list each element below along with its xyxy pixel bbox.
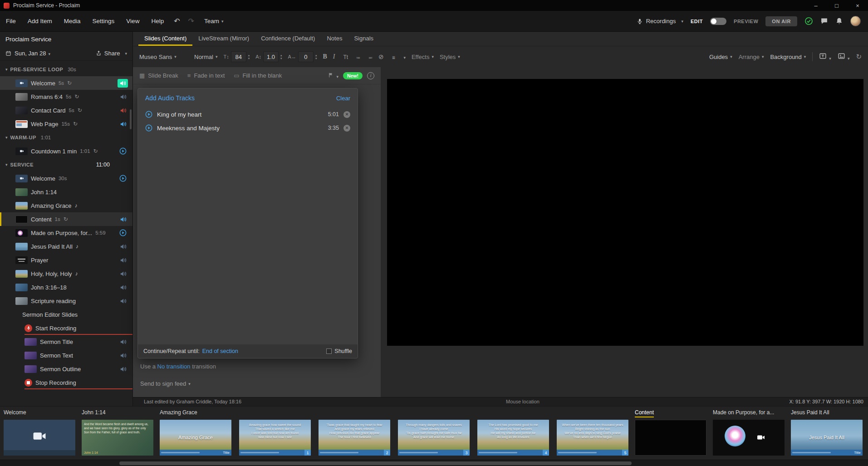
effects-menu[interactable]: Effects — [412, 54, 434, 60]
item-welcome-preservice[interactable]: Welcome 5s ↻ — [0, 76, 132, 90]
fade-in-text-button[interactable]: Fade in text — [187, 72, 225, 79]
audio-track-row[interactable]: King of my heart 5:01 — [138, 108, 358, 121]
item-sermon-text[interactable]: Sermon Text — [0, 348, 132, 362]
audio-toggle-highlighted[interactable] — [118, 79, 128, 88]
audio-toggle[interactable] — [118, 107, 128, 114]
play-button[interactable] — [118, 147, 128, 155]
play-button[interactable] — [118, 229, 128, 236]
filmstrip-scrollbar[interactable] — [0, 460, 868, 466]
send-to-sign-feed-button[interactable]: Send to sign feed — [140, 380, 191, 387]
tab-notes[interactable]: Notes — [321, 32, 348, 46]
audio-toggle[interactable] — [118, 121, 128, 128]
item-sermon-title[interactable]: Sermon Title — [0, 335, 132, 348]
letter-spacing-stepper[interactable]: 0 ▴▾ — [288, 51, 317, 62]
tab-livestream-mirror[interactable]: LiveStream (Mirror) — [192, 32, 255, 46]
group-sermon-editor-slides[interactable]: Sermon Editor Slides — [0, 308, 132, 321]
tab-confidence-default[interactable]: Confidence (Default) — [255, 32, 321, 46]
recordings-menu[interactable]: Recordings — [637, 18, 683, 25]
item-amazing-grace[interactable]: Amazing Grace ♪ — [0, 199, 132, 212]
filmstrip-slide-content[interactable] — [635, 420, 706, 456]
audio-panel-title[interactable]: Add Audio Tracks — [145, 94, 195, 102]
filmstrip-group-label[interactable]: Amazing Grace — [160, 409, 197, 417]
menu-team[interactable]: Team — [198, 11, 230, 31]
user-avatar[interactable] — [850, 16, 861, 26]
insert-image-button[interactable] — [838, 52, 850, 62]
section-header-service[interactable]: ▾ SERVICE 11:00 — [0, 158, 132, 172]
stepper-arrows[interactable]: ▴▾ — [248, 54, 250, 60]
transition-link[interactable]: No transition — [157, 363, 191, 370]
audio-toggle[interactable] — [118, 298, 128, 304]
notifications-bell-icon[interactable] — [835, 17, 843, 25]
styles-menu[interactable]: Styles — [440, 54, 460, 60]
line-spacing-value[interactable]: 1.0 — [263, 51, 279, 62]
guides-menu[interactable]: Guides — [709, 54, 732, 60]
item-holy-holy-holy[interactable]: Holy, Holy, Holy ♪ — [0, 267, 132, 280]
filmstrip-slide-verse[interactable]: Amazing grace how sweet the sound That s… — [239, 420, 311, 456]
stepper-arrows[interactable]: ▴▾ — [280, 54, 282, 60]
service-title[interactable]: Proclaim Service — [0, 32, 132, 46]
audio-toggle[interactable] — [118, 338, 128, 345]
audio-toggle[interactable] — [118, 366, 128, 373]
item-jesus-paid-it-all[interactable]: Jesus Paid It All ♪ — [0, 240, 132, 253]
audio-toggle[interactable] — [118, 93, 128, 100]
filmstrip-group-label[interactable]: John 1:14 — [82, 409, 106, 417]
end-of-section-link[interactable]: End of section — [202, 348, 238, 354]
tab-signals[interactable]: Signals — [348, 32, 379, 46]
edit-preview-toggle[interactable] — [710, 18, 726, 25]
font-size-stepper[interactable]: 84 ▴▾ — [223, 51, 250, 62]
item-web-page[interactable]: Web Page 15s ↻ — [0, 117, 132, 131]
stepper-arrows[interactable]: ▴▾ — [315, 54, 317, 60]
bullet-list-button[interactable] — [354, 53, 360, 60]
filmstrip-slide-welcome[interactable] — [4, 420, 75, 456]
menu-file[interactable]: File — [0, 11, 22, 31]
chat-icon[interactable] — [820, 17, 828, 25]
play-button[interactable] — [118, 175, 128, 182]
minimize-button[interactable]: – — [805, 0, 826, 11]
filmstrip-slide-title[interactable]: Jesus Paid It All Title — [791, 420, 863, 456]
clear-tracks-button[interactable]: Clear — [336, 95, 350, 102]
text-color-picker[interactable] — [401, 53, 406, 61]
item-scripture-reading[interactable]: Scripture reading — [0, 294, 132, 308]
scrollbar-thumb[interactable] — [119, 461, 632, 465]
shuffle-checkbox[interactable] — [326, 348, 332, 354]
menu-view[interactable]: View — [120, 11, 145, 31]
letter-spacing-value[interactable]: 0 — [298, 51, 314, 62]
sidebar-scrollbar[interactable] — [130, 109, 132, 129]
section-header-warmup[interactable]: ▾ WARM-UP 1:01 — [0, 131, 132, 144]
bold-button[interactable]: B — [323, 53, 327, 60]
share-button[interactable]: Share — [96, 50, 127, 57]
item-welcome-service[interactable]: Welcome 30s — [0, 172, 132, 185]
shuffle-control[interactable]: Shuffle — [326, 348, 352, 354]
filmstrip-slide-verse[interactable]: The Lord has promised good to me His wor… — [477, 420, 549, 456]
font-family-select[interactable]: Museo Sans — [139, 54, 188, 60]
slide-canvas[interactable] — [387, 79, 863, 346]
item-sermon-outline[interactable]: Sermon Outline — [0, 362, 132, 376]
item-john-3-16[interactable]: John 3:16–18 — [0, 280, 132, 294]
filmstrip-slide-verse[interactable]: 'Twas grace that taught my heart to fear… — [319, 420, 390, 456]
italic-button[interactable]: I — [333, 53, 335, 60]
alignment-button[interactable] — [390, 53, 396, 60]
filmstrip-slide-verse[interactable]: When we've been there ten thousand years… — [557, 420, 628, 456]
audio-toggle[interactable] — [118, 270, 128, 277]
menu-media[interactable]: Media — [58, 11, 87, 31]
refresh-icon[interactable] — [856, 53, 862, 61]
menu-add-item[interactable]: Add Item — [22, 11, 58, 31]
line-spacing-stepper[interactable]: 1.0 ▴▾ — [255, 51, 282, 62]
fill-in-blank-button[interactable]: Fill in the blank — [234, 72, 282, 79]
info-icon[interactable] — [367, 72, 374, 79]
menu-help[interactable]: Help — [145, 11, 170, 31]
section-header-preservice[interactable]: ▾ PRE-SERVICE LOOP 30s — [0, 63, 132, 76]
on-air-button[interactable]: ON AIR — [765, 16, 797, 26]
item-prayer[interactable]: Prayer — [0, 253, 132, 267]
item-countdown[interactable]: Countdown 1 min 1:01 ↻ — [0, 144, 132, 158]
redo-icon[interactable]: ↷ — [184, 17, 198, 25]
item-contact-card[interactable]: Contact Card 5s ↻ — [0, 103, 132, 117]
play-circle-icon[interactable] — [145, 124, 152, 132]
font-size-value[interactable]: 84 — [231, 51, 246, 62]
maximize-button[interactable]: □ — [826, 0, 847, 11]
flag-menu[interactable] — [328, 72, 338, 79]
remove-track-icon[interactable] — [343, 111, 350, 118]
filmstrip-group-label[interactable]: Jesus Paid It All — [791, 409, 829, 417]
play-circle-icon[interactable] — [145, 111, 152, 118]
audio-toggle[interactable] — [118, 352, 128, 359]
